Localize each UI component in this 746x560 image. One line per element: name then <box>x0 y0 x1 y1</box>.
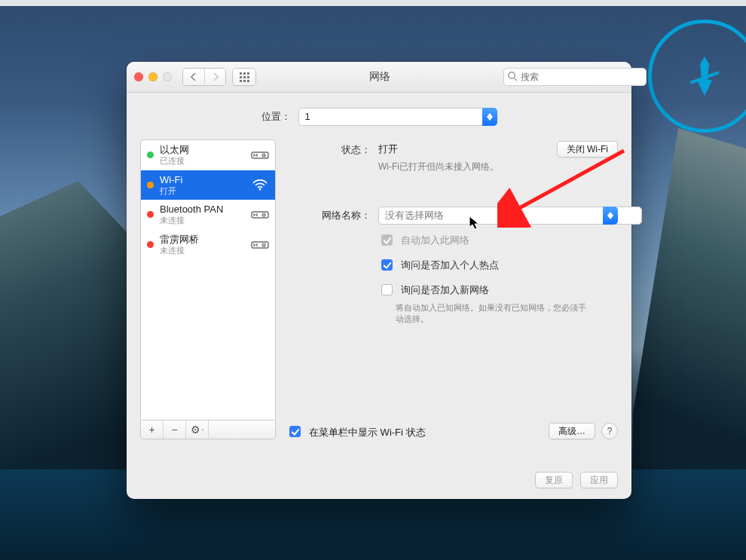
service-actions-menu[interactable]: ⚙︎ <box>186 421 209 439</box>
service-item-雷雳网桥[interactable]: 雷雳网桥未连接 <box>141 230 275 260</box>
ethernet-icon <box>251 207 269 222</box>
select-stepper-icon <box>603 207 618 225</box>
status-row: 状态： 打开 关闭 Wi-Fi Wi-Fi已打开但尚未接入网络。 <box>286 141 618 173</box>
service-name: 雷雳网桥 <box>160 234 245 246</box>
status-dot <box>147 182 154 188</box>
wifi-toggle-button[interactable]: 关闭 Wi-Fi <box>557 141 618 158</box>
window-footer: 复原 应用 <box>535 472 618 488</box>
location-label: 位置： <box>261 110 291 124</box>
network-preferences-window: 网络 位置： 1 <box>127 62 631 499</box>
svg-point-1 <box>509 72 515 78</box>
search-input[interactable] <box>503 68 647 86</box>
status-dot <box>147 241 154 248</box>
sidebar-actions: + − ⚙︎ <box>140 421 276 439</box>
network-name-row: 网络名称： 没有选择网络 自动加入此网络 <box>286 207 618 326</box>
svg-point-9 <box>263 214 264 216</box>
auto-join-row: 自动加入此网络 <box>378 234 618 248</box>
service-item-wi-fi[interactable]: Wi-Fi打开 <box>141 170 275 200</box>
show-menubar-checkbox[interactable] <box>289 426 301 437</box>
remove-service-button[interactable]: − <box>164 421 186 439</box>
svg-point-5 <box>263 155 264 156</box>
desktop: 网络 位置： 1 <box>0 0 746 560</box>
location-value: 1 <box>298 108 497 126</box>
service-name: Bluetooth PAN <box>160 204 245 216</box>
service-name: Wi-Fi <box>160 175 245 186</box>
nav-back-button[interactable] <box>183 69 204 85</box>
apply-button[interactable]: 应用 <box>580 472 618 488</box>
ethernet-icon <box>251 237 269 252</box>
service-status: 未连接 <box>160 216 245 225</box>
gear-icon: ⚙︎ <box>191 424 200 436</box>
svg-line-2 <box>514 78 517 81</box>
svg-point-6 <box>259 188 261 191</box>
search-icon <box>507 71 518 81</box>
ask-hotspot-row: 询问是否加入个人热点 <box>378 259 618 273</box>
service-name: 以太网 <box>160 145 245 156</box>
search-field[interactable] <box>503 68 624 86</box>
select-stepper-icon <box>482 108 497 126</box>
window-close-button[interactable] <box>134 72 143 81</box>
status-dot <box>147 151 154 158</box>
ask-new-note: 将自动加入已知网络。如果没有已知网络，您必须手动选择。 <box>396 302 592 326</box>
auto-join-checkbox <box>381 234 393 246</box>
ask-new-row: 询问是否加入新网络 <box>378 283 618 298</box>
nav-buttons <box>182 68 226 86</box>
network-name-label: 网络名称： <box>286 207 378 222</box>
service-status: 已连接 <box>160 156 245 166</box>
window-title: 网络 <box>262 70 497 84</box>
window-zoom-button[interactable] <box>163 72 172 81</box>
ask-hotspot-label: 询问是否加入个人热点 <box>401 259 499 272</box>
ethernet-icon <box>251 148 269 163</box>
ask-hotspot-checkbox[interactable] <box>381 259 393 271</box>
service-item-bluetooth-pan[interactable]: Bluetooth PAN未连接 <box>141 200 275 230</box>
window-minimize-button[interactable] <box>148 72 157 81</box>
show-all-button[interactable] <box>232 68 256 86</box>
auto-join-label: 自动加入此网络 <box>401 234 469 247</box>
window-body: 位置： 1 以太网已连接 Wi-Fi打开 Bluetoot <box>127 93 631 450</box>
wifi-icon <box>251 177 269 192</box>
advanced-button[interactable]: 高级… <box>549 423 595 439</box>
service-item-以太网[interactable]: 以太网已连接 <box>141 140 275 170</box>
network-name-select[interactable]: 没有选择网络 <box>378 207 618 225</box>
status-dot <box>147 211 154 218</box>
grid-icon <box>240 72 249 82</box>
revert-button[interactable]: 复原 <box>535 472 573 488</box>
nav-forward-button[interactable] <box>204 69 225 85</box>
status-value: 打开 <box>378 142 398 156</box>
add-service-button[interactable]: + <box>141 421 164 439</box>
menubar <box>0 0 746 6</box>
location-select[interactable]: 1 <box>298 108 497 126</box>
titlebar: 网络 <box>127 62 631 93</box>
help-button[interactable]: ? <box>601 423 618 439</box>
status-label: 状态： <box>286 141 378 157</box>
brand-logo <box>648 20 746 133</box>
traffic-lights <box>134 72 172 81</box>
ask-new-label: 询问是否加入新网络 <box>401 283 489 297</box>
location-row: 位置： 1 <box>140 108 618 126</box>
show-menubar-label: 在菜单栏中显示 Wi-Fi 状态 <box>309 426 426 439</box>
status-hint: Wi-Fi已打开但尚未接入网络。 <box>378 161 618 173</box>
service-status: 未连接 <box>160 246 245 256</box>
services-list[interactable]: 以太网已连接 Wi-Fi打开 Bluetooth PAN未连接 雷雳网桥未连接 <box>140 139 276 421</box>
detail-pane: 状态： 打开 关闭 Wi-Fi Wi-Fi已打开但尚未接入网络。 网 <box>286 139 618 439</box>
service-status: 打开 <box>160 186 245 196</box>
ask-new-checkbox[interactable] <box>381 284 393 295</box>
svg-point-12 <box>263 244 264 246</box>
services-sidebar: 以太网已连接 Wi-Fi打开 Bluetooth PAN未连接 雷雳网桥未连接 … <box>140 139 276 439</box>
